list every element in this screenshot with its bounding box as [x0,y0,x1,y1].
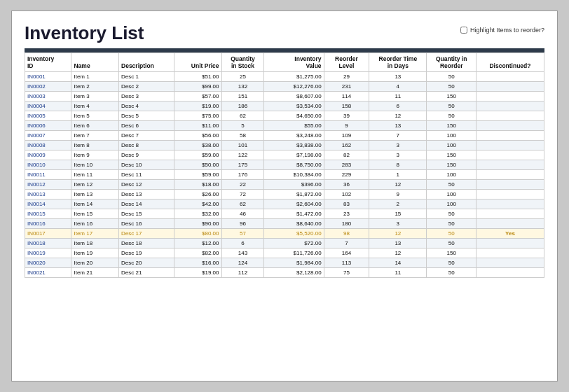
cell-desc: Desc 20 [119,258,174,268]
col-header-desc: Description [119,53,174,72]
cell-reordertime: 12 [369,111,427,121]
cell-qty: 46 [221,209,264,219]
table-row: IN0012Item 12Desc 12$18.0022$396.0036125… [25,180,544,190]
cell-id: IN0021 [25,268,71,278]
highlight-label: Highlight Items to reorder? [470,27,544,34]
cell-invval: $3,534.00 [264,102,324,111]
cell-id: IN0008 [25,141,71,150]
cell-qtyreorder: 50 [427,229,476,239]
cell-reorder: 109 [324,131,369,141]
table-row: IN0013Item 13Desc 13$26.0072$1,872.00102… [25,190,544,200]
cell-desc: Desc 11 [119,170,174,180]
cell-price: $12.00 [174,239,221,248]
cell-invval: $55.00 [264,121,324,131]
cell-reorder: 180 [324,219,369,229]
table-row: IN0018Item 18Desc 18$12.006$72.0071350 [25,239,544,248]
cell-qtyreorder: 50 [427,111,476,121]
cell-desc: Desc 14 [119,200,174,209]
table-row: IN0015Item 15Desc 15$32.0046$1,472.00231… [25,209,544,219]
cell-qtyreorder: 50 [427,209,476,219]
cell-qty: 22 [221,180,264,190]
cell-price: $32.00 [174,209,221,219]
cell-invval: $1,984.00 [264,258,324,268]
cell-name: Item 16 [71,219,119,229]
cell-reordertime: 2 [369,200,427,209]
cell-desc: Desc 16 [119,219,174,229]
cell-qtyreorder: 50 [427,82,476,92]
cell-invval: $8,607.00 [264,92,324,102]
col-header-id: InventoryID [25,53,71,72]
cell-qty: 96 [221,219,264,229]
cell-desc: Desc 4 [119,102,174,111]
cell-price: $16.00 [174,258,221,268]
cell-reordertime: 3 [369,150,427,160]
table-row: IN0005Item 5Desc 5$75.0062$4,650.0039125… [25,111,544,121]
cell-reordertime: 6 [369,102,427,111]
cell-price: $19.00 [174,102,221,111]
cell-price: $38.00 [174,141,221,150]
highlight-checkbox[interactable] [460,27,467,34]
cell-id: IN0003 [25,92,71,102]
cell-id: IN0005 [25,111,71,121]
cell-reorder: 231 [324,82,369,92]
cell-qtyreorder: 50 [427,239,476,248]
table-row: IN0003Item 3Desc 3$57.00151$8,607.001141… [25,92,544,102]
cell-invval: $396.00 [264,180,324,190]
cell-reordertime: 12 [369,229,427,239]
col-header-reorder: ReorderLevel [324,53,369,72]
cell-disc: Yes [476,229,544,239]
cell-id: IN0001 [25,72,71,82]
cell-reorder: 7 [324,239,369,248]
cell-disc [476,170,544,180]
cell-invval: $3,248.00 [264,131,324,141]
cell-reorder: 164 [324,248,369,258]
table-row: IN0006Item 6Desc 6$11.005$55.00913150 [25,121,544,131]
cell-qty: 143 [221,248,264,258]
cell-desc: Desc 2 [119,82,174,92]
cell-price: $90.00 [174,219,221,229]
cell-reordertime: 1 [369,170,427,180]
cell-reordertime: 13 [369,72,427,82]
cell-id: IN0018 [25,239,71,248]
cell-reordertime: 13 [369,239,427,248]
cell-disc [476,190,544,200]
col-header-qty: Quantityin Stock [221,53,264,72]
cell-name: Item 2 [71,82,119,92]
cell-qtyreorder: 50 [427,102,476,111]
table-row: IN0017Item 17Desc 17$80.0057$5,520.00981… [25,229,544,239]
cell-disc [476,258,544,268]
cell-reorder: 114 [324,92,369,102]
cell-name: Item 17 [71,229,119,239]
cell-qty: 101 [221,141,264,150]
cell-disc [476,248,544,258]
table-row: IN0014Item 14Desc 14$42.0062$2,604.00832… [25,200,544,209]
cell-desc: Desc 18 [119,239,174,248]
cell-price: $57.00 [174,92,221,102]
table-row: IN0002Item 2Desc 2$99.00132$12,276.00231… [25,82,544,92]
cell-invval: $12,276.00 [264,82,324,92]
cell-name: Item 8 [71,141,119,150]
cell-reordertime: 12 [369,248,427,258]
cell-disc [476,102,544,111]
cell-id: IN0016 [25,219,71,229]
cell-qty: 124 [221,258,264,268]
cell-id: IN0004 [25,102,71,111]
cell-name: Item 12 [71,180,119,190]
cell-price: $11.00 [174,121,221,131]
cell-id: IN0014 [25,200,71,209]
cell-desc: Desc 13 [119,190,174,200]
cell-disc [476,111,544,121]
cell-reordertime: 4 [369,82,427,92]
cell-price: $51.00 [174,72,221,82]
cell-name: Item 18 [71,239,119,248]
table-row: IN0011Item 11Desc 11$59.00176$10,384.002… [25,170,544,180]
table-body: IN0001Item 1Desc 1$51.0025$1,275.0029135… [25,72,544,278]
cell-qtyreorder: 100 [427,141,476,150]
cell-desc: Desc 6 [119,121,174,131]
cell-id: IN0013 [25,190,71,200]
cell-name: Item 20 [71,258,119,268]
cell-desc: Desc 5 [119,111,174,121]
cell-disc [476,209,544,219]
cell-desc: Desc 15 [119,209,174,219]
cell-invval: $1,872.00 [264,190,324,200]
